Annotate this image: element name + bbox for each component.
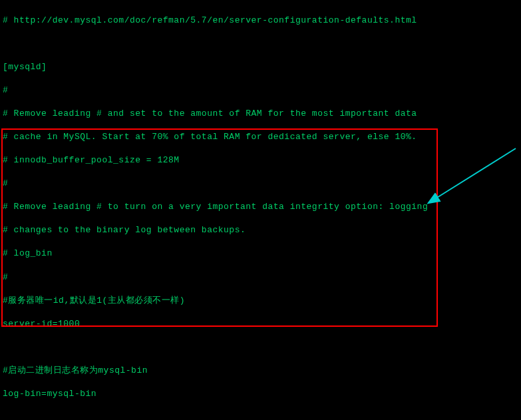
config-line: # log_bin (3, 248, 518, 260)
config-line: # (3, 178, 518, 190)
config-line: # innodb_buffer_pool_size = 128M (3, 154, 518, 166)
config-line: # Remove leading # and set to the amount… (3, 108, 518, 120)
config-line: # changes to the binary log between back… (3, 224, 518, 236)
config-line: # (3, 85, 518, 97)
config-line (3, 411, 518, 420)
terminal-output: # http://dev.mysql.com/doc/refman/5.7/en… (3, 3, 518, 420)
config-line: # Remove leading # to turn on a very imp… (3, 201, 518, 213)
config-line: #启动二进制日志名称为mysql-bin (3, 365, 518, 377)
config-line: log-bin=mysql-bin (3, 388, 518, 400)
config-line: #服务器唯一id,默认是1(主从都必须不一样) (3, 295, 518, 307)
config-line: # (3, 272, 518, 284)
config-line (3, 38, 518, 50)
config-line: server-id=1000 (3, 318, 518, 330)
config-line (3, 341, 518, 353)
config-line: # cache in MySQL. Start at 70% of total … (3, 131, 518, 143)
config-line: [mysqld] (3, 61, 518, 73)
config-line: # http://dev.mysql.com/doc/refman/5.7/en… (3, 15, 518, 27)
